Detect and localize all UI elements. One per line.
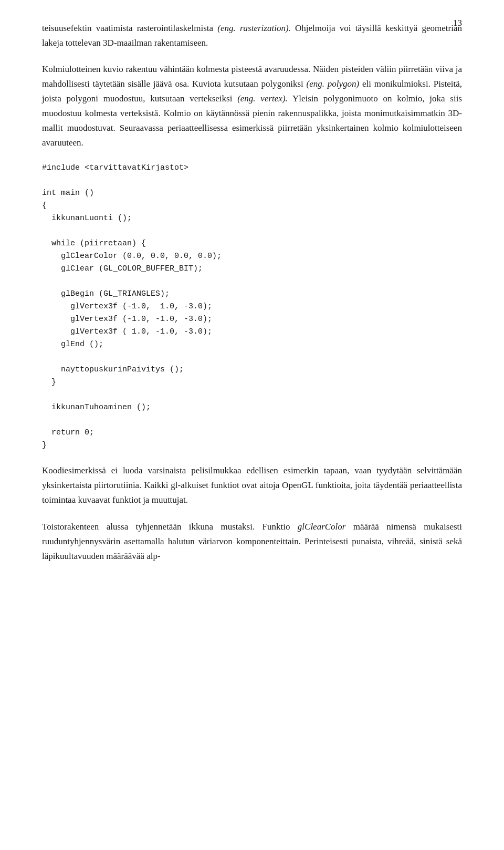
paragraph-1: teisuusefektin vaatimista rasterointilas…	[42, 21, 462, 50]
page-number: 13	[453, 16, 462, 30]
code-block: #include <tarvittavatKirjastot> int main…	[42, 162, 462, 452]
page: 13 teisuusefektin vaatimista rasterointi…	[0, 0, 504, 850]
paragraph-2: Kolmiulotteinen kuvio rakentuu vähintään…	[42, 62, 462, 150]
paragraph-3: Koodiesimerkissä ei luoda varsinaista pe…	[42, 463, 462, 507]
paragraph-4: Toistorakenteen alussa tyhjennetään ikku…	[42, 520, 462, 564]
